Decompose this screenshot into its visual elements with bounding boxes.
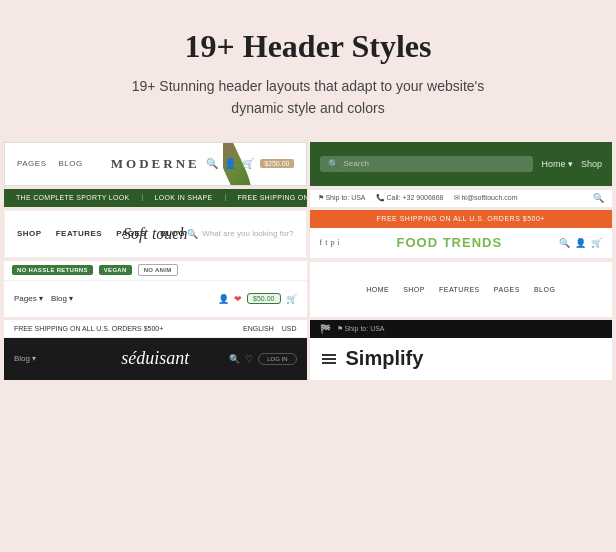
orange-bar: FREE SHIPPING ON ALL U.S. ORDERS $500+ — [310, 210, 613, 228]
seduisant-top-bar: FREE SHIPPING ON ALL U.S. ORDERS $500+ E… — [4, 320, 307, 338]
cart-icon[interactable]: 🛒 — [242, 158, 254, 169]
currency-selector[interactable]: USD — [282, 325, 297, 332]
blog-dropdown[interactable]: Blog ▾ — [51, 294, 73, 303]
seduisant-blog-nav: Blog ▾ — [14, 354, 36, 363]
food-logo: FOOD TRENDS — [397, 235, 503, 250]
food-nav-pages[interactable]: PAGES — [494, 286, 520, 293]
header-green: 🔍 Search Home ▾ Shop — [310, 142, 613, 186]
food-nav-row: HOME SHOP FEATURES PAGES BLOG — [310, 261, 613, 317]
nav-blog[interactable]: BLOG — [58, 159, 82, 168]
ticker-item: LOOK IN SHAPE — [143, 194, 226, 201]
contact-bar: ⚑ Ship to: USA 📞 Call: +32 9006868 ✉ hi@… — [310, 189, 613, 207]
ship-to-text: ⚑ Ship to: USA — [337, 325, 385, 333]
moderne-nav: PAGES BLOG — [17, 159, 83, 168]
search-label: What are you looking for? — [202, 229, 293, 238]
twitter-icon[interactable]: t — [325, 238, 327, 247]
food-nav-shop[interactable]: SHOP — [403, 286, 425, 293]
phone-info: 📞 Call: +32 9006868 — [376, 194, 444, 202]
sporty-tag-returns: NO HASSLE RETURNS — [12, 265, 93, 275]
user-icon[interactable]: 👤 — [218, 294, 229, 304]
pinterest-icon[interactable]: p — [330, 238, 334, 247]
header-simplify: 🏁 ⚑ Ship to: USA Simplify — [310, 320, 613, 380]
simplify-main-bar: Simplify — [310, 338, 613, 380]
pages-dropdown[interactable]: Pages ▾ — [14, 294, 43, 303]
food-icons: 🔍 👤 🛒 — [559, 238, 602, 248]
hero-section: 19+ Header Styles 19+ Stunning header la… — [0, 0, 616, 138]
header-food-wrapper: FREE SHIPPING ON ALL U.S. ORDERS $500+ f… — [310, 210, 613, 258]
food-social: f t p i — [320, 238, 340, 247]
sporty-nav-left: Pages ▾ Blog ▾ — [14, 294, 73, 303]
promo-text: FREE SHIPPING ON ALL U.S. ORDERS $500+ — [377, 215, 545, 222]
nav-home[interactable]: Home ▾ — [541, 159, 573, 169]
instagram-icon[interactable]: i — [337, 238, 339, 247]
facebook-icon[interactable]: f — [320, 238, 323, 247]
sporty-icons: 👤 ❤ $50.00 🛒 — [218, 293, 296, 304]
cart-price: $50.00 — [247, 293, 280, 304]
cart-price: $250.00 — [260, 159, 293, 168]
page-title: 19+ Header Styles — [40, 28, 576, 65]
softtouch-search-right: 🔍 What are you looking for? — [187, 229, 293, 239]
sporty-tag-vegan: VEGAN — [99, 265, 132, 275]
flag-icon: 🏁 — [320, 324, 331, 334]
green-search[interactable]: 🔍 Search — [320, 156, 534, 172]
seduisant-icons: 🔍 ♡ LOG IN — [229, 353, 296, 365]
seduisant-logo: séduisant — [121, 348, 189, 369]
hamburger-line — [322, 354, 336, 356]
simplify-logo: Simplify — [346, 347, 424, 370]
nav-pages[interactable]: PAGES — [17, 159, 46, 168]
seduisant-main-bar: Blog ▾ séduisant 🔍 ♡ LOG IN — [4, 338, 307, 380]
food-nav-home[interactable]: HOME — [366, 286, 389, 293]
ship-info: ⚑ Ship to: USA — [318, 194, 366, 202]
sporty-tag-bar: NO HASSLE RETURNS VEGAN NO ANIM — [4, 261, 307, 281]
blog-link[interactable]: Blog ▾ — [14, 354, 36, 363]
headers-grid: PAGES BLOG MODERNE 🔍 👤 🛒 $250.00 🔍 Searc… — [0, 138, 616, 384]
wishlist-icon[interactable]: ♡ — [245, 354, 253, 364]
search-icon[interactable]: 🔍 — [229, 354, 240, 364]
ticker-content: THE COMPLETE SPORTY LOOK LOOK IN SHAPE F… — [4, 194, 307, 201]
cart-icon[interactable]: 🛒 — [591, 238, 602, 248]
green-nav: Home ▾ Shop — [541, 159, 602, 169]
header-seduisant: FREE SHIPPING ON ALL U.S. ORDERS $500+ E… — [4, 320, 307, 380]
header-moderne: PAGES BLOG MODERNE 🔍 👤 🛒 $250.00 — [4, 142, 307, 186]
sporty-tag-anim: NO ANIM — [138, 264, 178, 276]
food-nav-features[interactable]: FEATURES — [439, 286, 480, 293]
seduisant-shipping-text: FREE SHIPPING ON ALL U.S. ORDERS $500+ — [14, 325, 163, 332]
header-food: f t p i FOOD TRENDS 🔍 👤 🛒 — [310, 228, 613, 258]
search-icon[interactable]: 🔍 — [187, 229, 198, 239]
ticker-bar: THE COMPLETE SPORTY LOOK LOOK IN SHAPE F… — [4, 189, 307, 207]
login-button[interactable]: LOG IN — [258, 353, 296, 365]
softtouch-logo: Soft touch — [123, 225, 187, 243]
header-sporty: NO HASSLE RETURNS VEGAN NO ANIM Pages ▾ … — [4, 261, 307, 317]
hero-subtitle: 19+ Stunning header layouts that adapt t… — [118, 75, 498, 120]
nav-shop[interactable]: SHOP — [17, 229, 42, 238]
user-icon[interactable]: 👤 — [575, 238, 586, 248]
nav-shop[interactable]: Shop — [581, 159, 602, 169]
moderne-icons: 🔍 👤 🛒 $250.00 — [206, 158, 293, 169]
simplify-top-bar: 🏁 ⚑ Ship to: USA — [310, 320, 613, 338]
search-icon[interactable]: 🔍 — [559, 238, 570, 248]
lang-selector[interactable]: ENGLISH — [243, 325, 274, 332]
food-top-row: f t p i FOOD TRENDS 🔍 👤 🛒 — [310, 233, 613, 252]
nav-features[interactable]: FEATURES — [56, 229, 103, 238]
search-icon[interactable]: 🔍 — [206, 158, 218, 169]
search-icon[interactable]: 🔍 — [593, 193, 604, 203]
wishlist-icon[interactable]: ❤ — [234, 294, 242, 304]
hamburger-line — [322, 362, 336, 364]
seduisant-lang-currency: ENGLISH USD — [243, 325, 297, 332]
food-nav-blog[interactable]: BLOG — [534, 286, 555, 293]
header-softtouch: SHOP FEATURES PAGES BLOG Soft touch 🔍 Wh… — [4, 210, 307, 258]
sporty-main-row: Pages ▾ Blog ▾ 👤 ❤ $50.00 🛒 — [4, 281, 307, 317]
hamburger-menu[interactable] — [322, 354, 336, 364]
search-icon: 🔍 — [328, 159, 339, 169]
ticker-item: FREE SHIPPING ON ALL U.S — [226, 194, 307, 201]
ticker-item: THE COMPLETE SPORTY LOOK — [4, 194, 143, 201]
search-placeholder: Search — [344, 159, 369, 168]
moderne-logo: MODERNE — [111, 156, 200, 172]
email-info: ✉ hi@softtouch.com — [454, 194, 518, 202]
hamburger-line — [322, 358, 336, 360]
cart-icon[interactable]: 🛒 — [286, 294, 297, 304]
user-icon[interactable]: 👤 — [224, 158, 236, 169]
